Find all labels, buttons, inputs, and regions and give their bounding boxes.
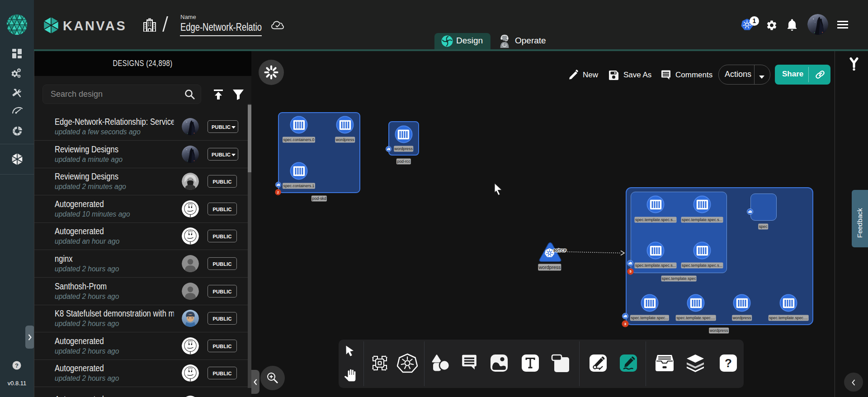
svg-text:?: ?: [725, 356, 732, 370]
svg-text:3: 3: [624, 322, 626, 326]
svg-text:5: 5: [629, 269, 631, 274]
svg-text:?: ?: [15, 362, 19, 369]
svg-text:2: 2: [277, 190, 279, 194]
